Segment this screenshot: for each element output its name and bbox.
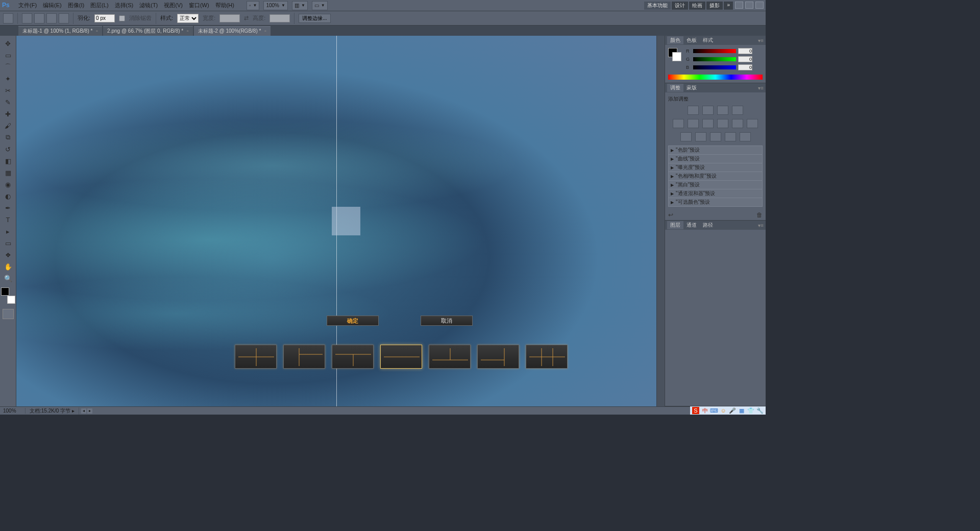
b-input[interactable] [738,64,752,70]
history-brush-tool[interactable]: ↺ [1,143,15,155]
menu-image[interactable]: 图像(I) [65,1,87,10]
tab-color[interactable]: 颜色 [667,36,683,44]
clone-tool[interactable]: ⧉ [1,132,15,143]
selection-subtract-icon[interactable] [46,13,57,23]
hand-tool[interactable]: ✋ [1,261,15,272]
crop-tool[interactable]: ✂ [1,85,15,96]
g-slider[interactable] [693,57,736,61]
workspace-photography[interactable]: 摄影 [706,2,723,10]
photo-filter-icon[interactable] [732,119,743,128]
layout-thumb-3[interactable] [332,345,374,369]
preset-exposure[interactable]: ▶"曝光度"预设 [668,163,763,172]
adjust-trash-icon[interactable]: 🗑 [756,211,763,219]
adjust-return-icon[interactable]: ↩ [668,211,673,219]
background-color[interactable] [7,296,15,304]
preset-selective[interactable]: ▶"可选颜色"预设 [668,198,763,207]
cancel-button[interactable]: 取消 [421,316,473,326]
menu-layer[interactable]: 图层(L) [87,1,111,10]
g-input[interactable] [738,56,752,62]
selection-add-icon[interactable] [34,13,44,23]
preset-bw[interactable]: ▶"黑白"预设 [668,180,763,189]
quick-mask-toggle[interactable] [3,309,14,319]
menu-filter[interactable]: 滤镜(T) [136,1,161,10]
menu-window[interactable]: 窗口(W) [186,1,212,10]
sogou-icon[interactable]: S [692,407,699,414]
collapsed-panel-strip[interactable] [656,36,665,406]
move-tool[interactable]: ✥ [1,38,15,49]
brush-tool[interactable]: 🖌 [1,120,15,131]
minimize-button[interactable] [735,2,743,9]
tab-adjustments[interactable]: 调整 [667,84,683,92]
panel-menu-icon[interactable]: ▾≡ [758,85,764,91]
bg-swatch[interactable] [672,52,681,61]
color-swatch-pair[interactable] [668,48,681,61]
preset-mixer[interactable]: ▶"通道混和器"预设 [668,189,763,198]
selection-intersect-icon[interactable] [59,13,69,23]
wrench-icon[interactable]: 🔧 [756,407,764,414]
3d-tool[interactable]: ❖ [1,249,15,260]
r-slider[interactable] [693,49,736,53]
menu-file[interactable]: 文件(F) [15,1,40,10]
preset-curves[interactable]: ▶"曲线"预设 [668,154,763,163]
ime-icon[interactable]: 中 [701,407,708,414]
mic-icon[interactable]: 🎤 [729,407,736,414]
blur-tool[interactable]: ◉ [1,179,15,190]
gradient-tool[interactable]: ▦ [1,167,15,178]
marquee-tool[interactable]: ▭ [1,50,15,61]
close-icon[interactable]: × [186,29,189,33]
close-window-button[interactable] [755,2,764,9]
status-doc-info[interactable]: 文档:15.2K/0 字节 ▸ [26,407,79,415]
doc-tab-3[interactable]: 未标题-2 @ 100%(RGB/8) *× [194,26,271,36]
arrange-dropdown[interactable]: ▥▼ [292,1,308,10]
screen-mode-dropdown[interactable]: ▭▼ [312,1,328,10]
scroll-left-icon[interactable]: ◂ [81,408,86,414]
workspace-more[interactable]: » [724,2,733,10]
menu-select[interactable]: 选择(S) [112,1,137,10]
mixer-icon[interactable] [747,119,758,128]
magic-wand-tool[interactable]: ✦ [1,73,15,84]
zoom-tool[interactable]: 🔍 [1,273,15,284]
canvas[interactable]: 确定 取消 [16,36,656,406]
hue-icon[interactable] [688,119,699,128]
menu-view[interactable]: 视图(V) [161,1,186,10]
preset-levels[interactable]: ▶"色阶"预设 [668,146,763,154]
grid-icon[interactable]: ▦ [738,407,745,414]
shirt-icon[interactable]: 👕 [747,407,754,414]
levels-icon[interactable] [702,106,714,115]
keyboard-icon[interactable]: ⌨ [710,407,718,414]
smiley-icon[interactable]: ☺ [720,407,727,414]
layout-thumb-5[interactable] [429,345,471,369]
refine-edge-button[interactable]: 调整边缘... [299,14,330,23]
close-icon[interactable]: × [264,29,266,33]
feather-input[interactable] [94,14,115,22]
pen-tool[interactable]: ✒ [1,202,15,213]
tab-layers[interactable]: 图层 [667,221,683,229]
curves-icon[interactable] [717,106,728,115]
invert-icon[interactable] [680,132,692,141]
tab-styles[interactable]: 样式 [700,36,716,44]
shape-tool[interactable]: ▭ [1,237,15,249]
balance-icon[interactable] [702,119,714,128]
brightness-icon[interactable] [688,106,699,115]
workspace-essentials[interactable]: 基本功能 [644,2,671,10]
layout-thumb-6[interactable] [477,345,519,369]
doc-tab-1[interactable]: 未标题-1 @ 100% (1, RGB/8) *× [18,26,102,36]
selection-square[interactable] [332,207,360,235]
layers-body[interactable] [665,230,766,398]
exposure-icon[interactable] [732,106,743,115]
layout-thumb-4[interactable] [380,345,422,369]
doc-tab-2[interactable]: 2.png @ 66.7% (图层 0, RGB/8) *× [103,26,193,36]
selective-color-icon[interactable] [740,132,751,141]
scroll-right-icon[interactable]: ▸ [87,408,92,414]
gradient-map-icon[interactable] [725,132,736,141]
foreground-color[interactable] [1,287,9,296]
layout-thumb-2[interactable] [283,345,325,369]
dodge-tool[interactable]: ◐ [1,190,15,202]
color-picker[interactable] [1,287,15,304]
r-input[interactable] [738,48,752,54]
style-select[interactable]: 正常 [177,14,199,23]
path-select-tool[interactable]: ▸ [1,226,15,237]
threshold-icon[interactable] [710,132,721,141]
bw-icon[interactable] [717,119,728,128]
vibrance-icon[interactable] [673,119,684,128]
